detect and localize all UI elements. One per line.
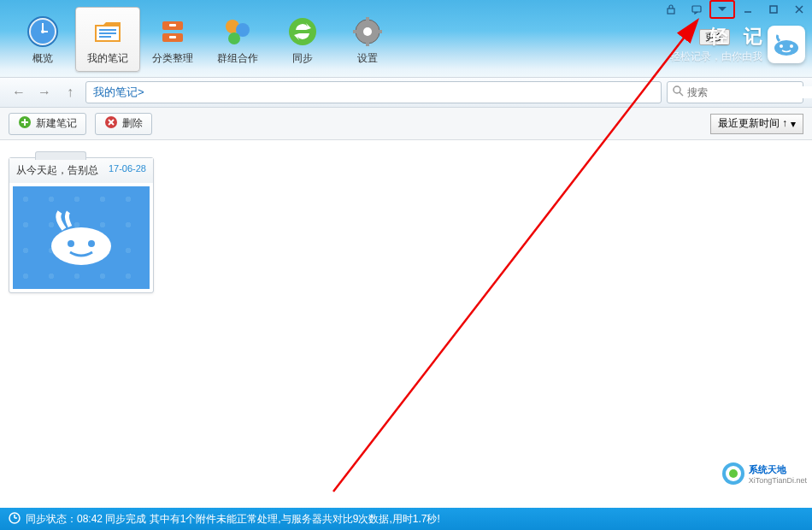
people-icon — [220, 14, 256, 50]
nav-back-button[interactable]: ← — [9, 82, 29, 103]
groups-label: 群组合作 — [217, 51, 258, 66]
svg-point-40 — [51, 227, 111, 265]
maximize-button[interactable] — [761, 0, 786, 19]
svg-point-29 — [774, 40, 798, 56]
categories-button[interactable]: 分类整理 — [140, 7, 205, 72]
status-text: 同步状态：08:42 同步完成 其中有1个附件未能正常处理,与服务器共对比9次数… — [26, 512, 440, 527]
svg-point-18 — [363, 27, 372, 36]
new-note-button[interactable]: 新建笔记 — [9, 113, 86, 135]
svg-rect-19 — [366, 17, 369, 22]
svg-point-32 — [674, 86, 680, 93]
watermark-cn: 系统天地 — [749, 463, 807, 476]
navigation-bar: ← → ↑ — [0, 77, 812, 108]
svg-rect-20 — [366, 41, 369, 46]
header-toolbar: 概览 我的笔记 分类整理 群组合作 同步 — [0, 0, 812, 77]
svg-line-33 — [680, 92, 683, 96]
svg-rect-22 — [377, 30, 382, 33]
svg-rect-7 — [99, 32, 116, 34]
svg-point-45 — [729, 469, 738, 478]
overview-label: 概览 — [32, 51, 53, 66]
minimize-button[interactable] — [735, 0, 761, 19]
my-notes-button[interactable]: 我的笔记 — [75, 7, 140, 72]
my-notes-label: 我的笔记 — [87, 51, 128, 66]
folder-icon — [90, 14, 126, 50]
clock-icon — [25, 14, 61, 50]
cloud-logo-icon — [768, 26, 805, 63]
note-date: 17-06-28 — [109, 163, 146, 178]
svg-point-42 — [88, 240, 95, 247]
notes-grid: 从今天起，告别总 17-06-28 系统天地 XiTongTianDi.net — [0, 140, 812, 508]
svg-rect-26 — [770, 6, 777, 13]
close-button[interactable] — [786, 0, 812, 19]
svg-point-41 — [68, 240, 74, 247]
note-card[interactable]: 从今天起，告别总 17-06-28 — [9, 157, 154, 293]
note-title: 从今天起，告别总 — [16, 163, 98, 178]
svg-rect-23 — [668, 9, 674, 14]
breadcrumb-path[interactable] — [85, 81, 662, 103]
overview-button[interactable]: 概览 — [10, 7, 75, 72]
nav-up-button[interactable]: ↑ — [60, 82, 80, 103]
svg-point-4 — [41, 30, 44, 33]
svg-point-16 — [289, 18, 316, 45]
action-bar: 新建笔记 删除 最近更新时间 ↑ ▾ — [0, 108, 812, 140]
svg-point-15 — [228, 32, 240, 44]
watermark: 系统天地 XiTongTianDi.net — [721, 462, 807, 486]
chevron-down-icon: ▾ — [791, 118, 796, 130]
svg-rect-12 — [169, 36, 176, 38]
settings-label: 设置 — [357, 51, 378, 66]
groups-button[interactable]: 群组合作 — [205, 7, 270, 72]
svg-point-31 — [790, 44, 793, 48]
note-tab-decoration — [35, 151, 86, 160]
delete-label: 删除 — [122, 116, 143, 131]
search-input[interactable] — [687, 86, 812, 98]
feedback-icon[interactable] — [684, 0, 709, 19]
svg-rect-24 — [692, 6, 701, 12]
plus-icon — [18, 115, 32, 132]
sync-icon — [285, 14, 321, 50]
search-box[interactable] — [667, 81, 803, 103]
app-subtitle: 轻松记录，由你由我 — [670, 50, 762, 64]
svg-point-30 — [780, 44, 783, 48]
drawer-icon — [155, 14, 191, 50]
nav-forward-button[interactable]: → — [34, 82, 55, 103]
svg-rect-11 — [169, 24, 176, 26]
clock-status-icon — [9, 512, 21, 527]
app-branding: 轻 记 轻松记录，由你由我 — [670, 24, 805, 64]
settings-button[interactable]: 设置 — [335, 7, 400, 72]
app-title: 轻 记 — [670, 24, 762, 50]
watermark-en: XiTongTianDi.net — [749, 476, 807, 485]
svg-rect-21 — [353, 30, 358, 33]
lock-icon[interactable] — [658, 0, 684, 19]
svg-rect-8 — [99, 36, 111, 38]
window-controls-area — [658, 0, 812, 21]
sort-dropdown[interactable]: 最近更新时间 ↑ ▾ — [710, 114, 803, 134]
search-icon — [673, 85, 684, 100]
note-thumbnail — [13, 186, 150, 289]
gear-icon — [350, 14, 385, 50]
new-note-label: 新建笔记 — [36, 116, 77, 131]
dropdown-menu-icon[interactable] — [709, 0, 735, 19]
delete-icon — [104, 115, 118, 132]
sort-label: 最近更新时间 ↑ — [718, 116, 787, 131]
status-bar: 同步状态：08:42 同步完成 其中有1个附件未能正常处理,与服务器共对比9次数… — [0, 508, 812, 530]
categories-label: 分类整理 — [152, 51, 193, 66]
sync-button[interactable]: 同步 — [270, 7, 335, 72]
sync-label: 同步 — [292, 51, 313, 66]
watermark-icon — [721, 462, 745, 486]
svg-rect-6 — [99, 29, 116, 31]
main-toolbar: 概览 我的笔记 分类整理 群组合作 同步 — [10, 7, 400, 72]
delete-button[interactable]: 删除 — [95, 113, 152, 135]
